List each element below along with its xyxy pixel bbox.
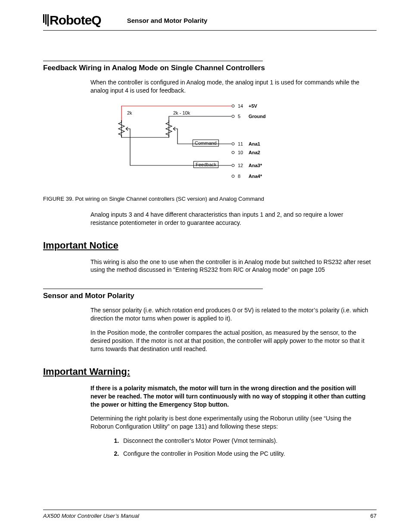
pin-name: Ana1 bbox=[249, 141, 260, 146]
page-footer: AX500 Motor Controller User’s Manual 67 bbox=[43, 510, 377, 519]
pin-name: +5V bbox=[249, 103, 257, 109]
pin-num: 12 bbox=[238, 163, 243, 168]
pin-num: 10 bbox=[238, 150, 243, 155]
pin-num: 8 bbox=[238, 174, 240, 179]
steps-list: Disconnect the controller’s Motor Power … bbox=[90, 437, 372, 458]
pin-name: Ana2 bbox=[249, 150, 260, 155]
diagram-r2-label: 2k - 10k bbox=[173, 110, 190, 115]
pin-name: Ground bbox=[249, 114, 266, 119]
pin-num: 11 bbox=[238, 141, 243, 146]
logo-bars-icon bbox=[43, 14, 49, 26]
section-rule bbox=[43, 61, 263, 61]
paragraph: The sensor polarity (i.e. which rotation… bbox=[90, 306, 372, 323]
diagram-r1-label: 2k bbox=[127, 110, 132, 115]
pin-name: Ana4* bbox=[249, 174, 262, 179]
paragraph-bold: If there is a polarity mismatch, the mot… bbox=[90, 384, 372, 409]
paragraph: Analog inputs 3 and 4 have different cha… bbox=[90, 211, 372, 227]
paragraph: In the Position mode, the controller com… bbox=[90, 329, 372, 353]
svg-point-1 bbox=[232, 115, 234, 118]
paragraph: When the controller is configured in Ana… bbox=[90, 78, 372, 95]
wiring-diagram: 2k 2k - 10k Command Feedback 14 +5V 5 Gr… bbox=[106, 101, 313, 191]
paragraph: Determining the right polarity is best d… bbox=[90, 414, 372, 431]
svg-point-3 bbox=[232, 151, 234, 154]
brand-logo: RoboteQ bbox=[43, 13, 101, 28]
diagram-feedback-label: Feedback bbox=[193, 161, 218, 168]
step-item: Configure the controller in Position Mod… bbox=[121, 450, 372, 458]
footer-manual-title: AX500 Motor Controller User’s Manual bbox=[43, 513, 139, 519]
step-item: Disconnect the controller’s Motor Power … bbox=[121, 437, 372, 445]
section-heading-feedback-wiring: Feedback Wiring in Analog Mode on Single… bbox=[43, 64, 377, 72]
brand-text-2: Q bbox=[91, 13, 101, 28]
svg-point-2 bbox=[232, 143, 234, 145]
header-section-title: Sensor and Motor Polarity bbox=[127, 17, 208, 24]
brand-text-1: Robote bbox=[50, 13, 91, 28]
pin-name: Ana3* bbox=[249, 163, 262, 168]
section-heading-polarity: Sensor and Motor Polarity bbox=[43, 292, 377, 300]
svg-point-5 bbox=[232, 175, 234, 177]
diagram-command-label: Command bbox=[193, 140, 219, 146]
pin-num: 14 bbox=[238, 103, 243, 109]
important-warning-heading: Important Warning: bbox=[43, 366, 377, 377]
figure-caption: FIGURE 39. Pot wiring on Single Channel … bbox=[43, 196, 377, 202]
important-notice-heading: Important Notice bbox=[43, 240, 377, 251]
paragraph: This wiring is also the one to use when … bbox=[90, 258, 372, 274]
page-header: RoboteQ Sensor and Motor Polarity bbox=[43, 13, 377, 31]
pin-num: 5 bbox=[238, 114, 240, 119]
section-rule bbox=[43, 289, 263, 289]
footer-page-number: 67 bbox=[371, 513, 377, 519]
svg-point-4 bbox=[232, 164, 234, 167]
svg-point-0 bbox=[232, 105, 234, 107]
